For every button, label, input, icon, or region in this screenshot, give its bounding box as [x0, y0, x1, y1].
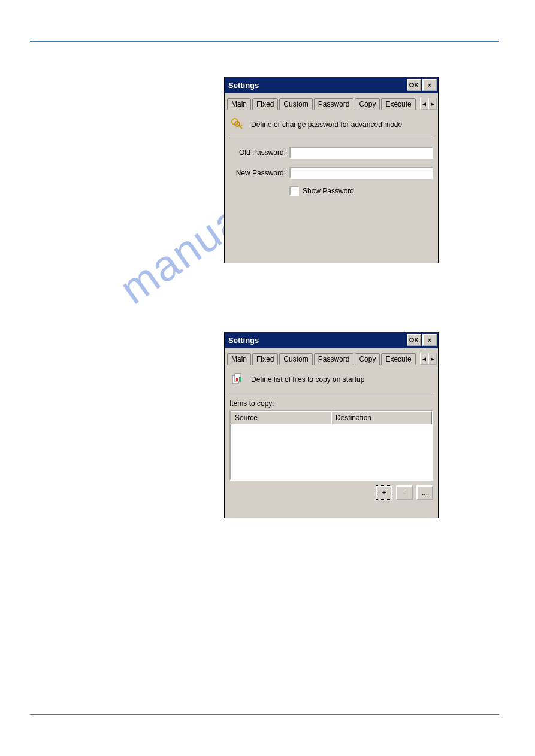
tab-scroll-right[interactable]: ►: [428, 98, 437, 110]
table-buttons: + - ...: [229, 485, 433, 500]
more-button[interactable]: ...: [416, 485, 433, 500]
remove-item-button[interactable]: -: [396, 485, 413, 500]
tab-password[interactable]: Password: [314, 98, 354, 110]
show-password-label: Show Password: [303, 187, 354, 195]
keys-icon: [229, 116, 246, 133]
add-item-button[interactable]: +: [376, 485, 392, 500]
close-button[interactable]: ×: [422, 334, 437, 346]
tab-fixed[interactable]: Fixed: [252, 353, 278, 365]
table-header: Source Destination: [231, 411, 432, 424]
tab-main[interactable]: Main: [227, 98, 251, 110]
dialog-title: Settings: [228, 336, 406, 345]
page-divider-top: [30, 41, 499, 42]
new-password-label: New Password:: [229, 169, 289, 177]
old-password-label: Old Password:: [229, 148, 289, 157]
tab-password[interactable]: Password: [314, 353, 354, 365]
tab-bar: Main Fixed Custom Password Copy Execute …: [225, 348, 438, 365]
tab-fixed[interactable]: Fixed: [252, 98, 278, 110]
dialog-title: Settings: [228, 81, 406, 90]
tab-custom[interactable]: Custom: [279, 98, 312, 110]
copy-files-icon: [229, 371, 246, 388]
titlebar: Settings OK ×: [225, 332, 438, 348]
copy-items-table[interactable]: Source Destination: [229, 410, 433, 481]
description-text: Define or change password for advanced m…: [251, 120, 402, 129]
tab-execute[interactable]: Execute: [381, 98, 415, 110]
settings-dialog-password: Settings OK × Main Fixed Custom Password…: [224, 77, 439, 263]
tab-copy[interactable]: Copy: [355, 98, 380, 110]
tab-content: Define or change password for advanced m…: [225, 110, 438, 199]
svg-rect-6: [236, 378, 238, 381]
tab-execute[interactable]: Execute: [381, 353, 415, 365]
svg-rect-7: [239, 377, 241, 381]
settings-dialog-copy: Settings OK × Main Fixed Custom Password…: [224, 332, 439, 518]
column-source[interactable]: Source: [231, 411, 331, 424]
new-password-input[interactable]: [289, 167, 433, 179]
description-row: Define or change password for advanced m…: [229, 114, 433, 138]
close-button[interactable]: ×: [422, 79, 437, 91]
tab-content: Define list of files to copy on startup …: [225, 365, 438, 503]
page-divider-bottom: [30, 714, 499, 715]
tab-copy[interactable]: Copy: [355, 353, 380, 365]
show-password-checkbox[interactable]: [289, 186, 299, 196]
tab-scroll-left[interactable]: ◄: [420, 98, 428, 110]
ok-button[interactable]: OK: [407, 79, 421, 91]
tab-custom[interactable]: Custom: [279, 353, 312, 365]
tab-scroll-left[interactable]: ◄: [420, 353, 428, 365]
show-password-row: Show Password: [289, 186, 433, 196]
items-to-copy-label: Items to copy:: [229, 399, 433, 408]
tab-main[interactable]: Main: [227, 353, 251, 365]
old-password-input[interactable]: [289, 147, 433, 159]
old-password-row: Old Password:: [229, 147, 433, 159]
ok-button[interactable]: OK: [407, 334, 421, 346]
titlebar: Settings OK ×: [225, 77, 438, 93]
column-destination[interactable]: Destination: [331, 411, 432, 424]
description-row: Define list of files to copy on startup: [229, 369, 433, 393]
tab-scroll-right[interactable]: ►: [428, 353, 437, 365]
description-text: Define list of files to copy on startup: [251, 375, 364, 384]
svg-line-2: [240, 125, 242, 127]
tab-bar: Main Fixed Custom Password Copy Execute …: [225, 93, 438, 110]
new-password-row: New Password:: [229, 167, 433, 179]
